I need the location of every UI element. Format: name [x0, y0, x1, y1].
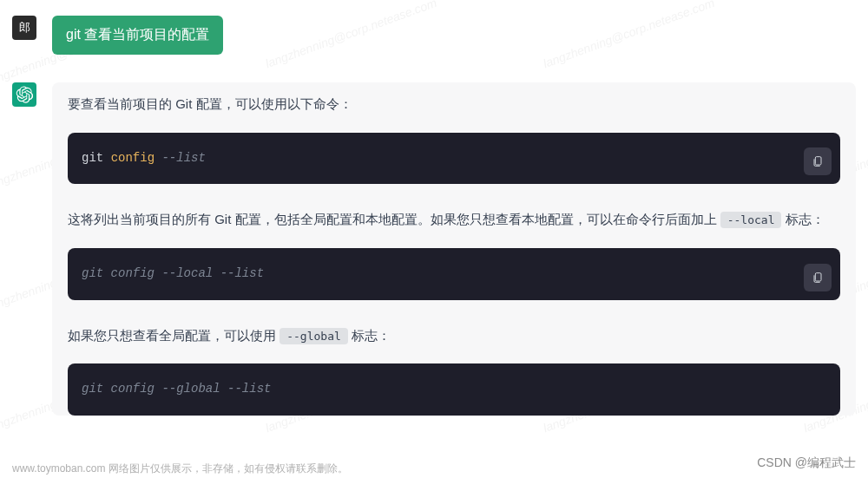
- para3-suffix: 标志：: [348, 328, 391, 343]
- bot-para-1: 要查看当前项目的 Git 配置，可以使用以下命令：: [68, 93, 840, 115]
- user-message-row: 郎 git 查看当前项目的配置: [12, 16, 856, 55]
- code-text: git config --local --list: [82, 266, 264, 280]
- bot-para-3: 如果您只想查看全局配置，可以使用 --global 标志：: [68, 324, 840, 347]
- user-avatar-label: 郎: [19, 20, 30, 36]
- copy-button[interactable]: [804, 147, 832, 175]
- user-message-bubble: git 查看当前项目的配置: [52, 16, 223, 55]
- bot-para-2: 这将列出当前项目的所有 Git 配置，包括全局配置和本地配置。如果您只想查看本地…: [68, 208, 840, 231]
- user-message-text: git 查看当前项目的配置: [66, 27, 209, 42]
- code-text: git config --global --list: [82, 382, 271, 396]
- footer-disclaimer: www.toymoban.com 网络图片仅供展示，非存储，如有侵权请联系删除。: [12, 462, 348, 476]
- svg-rect-0: [815, 157, 821, 165]
- inline-code-global: --global: [279, 328, 348, 344]
- para2-suffix: 标志：: [781, 212, 824, 226]
- copy-button[interactable]: [804, 264, 832, 291]
- code-token-flag: --list: [161, 151, 205, 165]
- code-block-3: git config --global --list: [68, 363, 840, 416]
- openai-logo-icon: [16, 86, 33, 103]
- bot-message-row: 要查看当前项目的 Git 配置，可以使用以下命令： git config --l…: [12, 82, 856, 416]
- code-block-2: git config --local --list: [68, 248, 840, 300]
- inline-code-local: --local: [720, 212, 782, 228]
- code-token-git: git: [82, 151, 103, 165]
- clipboard-icon: [811, 271, 825, 285]
- bot-avatar: [12, 82, 36, 107]
- user-avatar: 郎: [12, 16, 36, 40]
- svg-rect-1: [815, 272, 821, 280]
- footer-attribution: CSDN @编程武士: [757, 455, 856, 471]
- para3-prefix: 如果您只想查看全局配置，可以使用: [68, 328, 279, 343]
- bot-message-content: 要查看当前项目的 Git 配置，可以使用以下命令： git config --l…: [52, 82, 856, 416]
- code-token-config: config: [111, 151, 155, 165]
- clipboard-icon: [811, 154, 825, 168]
- para2-prefix: 这将列出当前项目的所有 Git 配置，包括全局配置和本地配置。如果您只想查看本地…: [68, 212, 720, 226]
- code-block-1: git config --list: [68, 133, 840, 185]
